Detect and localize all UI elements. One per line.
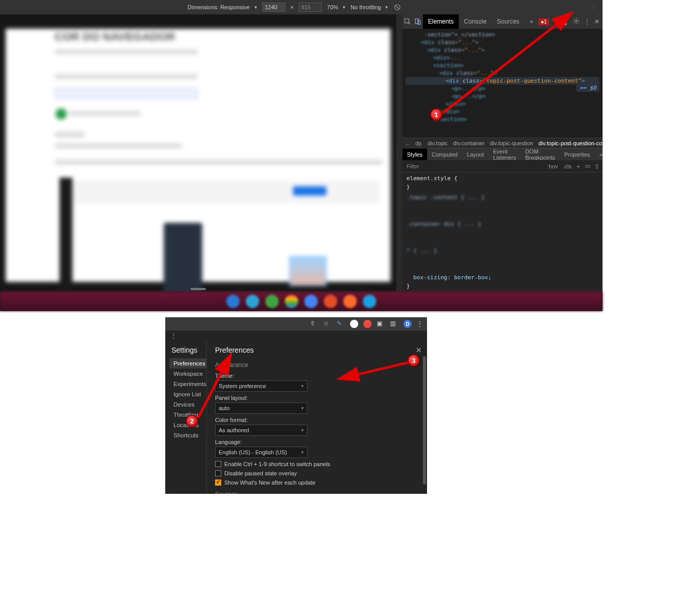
devtools-panel: Elements Console Sources » ● 1 ▮ 1 ⋮ ✕ -… (402, 14, 603, 292)
toolbar-dot-white[interactable] (350, 320, 358, 328)
checkbox-whats-new[interactable] (215, 479, 221, 486)
devtools-close-icon[interactable]: ✕ (594, 18, 599, 25)
devtools-tabs: Elements Console Sources » ● 1 ▮ 1 ⋮ ✕ (402, 14, 603, 29)
checkbox-paused-overlay-label: Disable paused state overlay (224, 470, 297, 476)
subtab-computed[interactable]: Computed (427, 148, 462, 160)
sidebar-item-workspace[interactable]: Workspace (171, 369, 206, 379)
styles-subtabs: Styles Computed Layout Event Listeners D… (402, 148, 603, 160)
record-icon[interactable] (363, 320, 372, 328)
checkbox-ctrl19[interactable] (215, 461, 221, 467)
tab-elements[interactable]: Elements (423, 14, 459, 29)
top-screenshot: Dimensions: Responsive × 70% No throttli… (0, 0, 603, 311)
checkbox-ctrl19-label: Enable Ctrl + 1-9 shortcut to switch pan… (224, 461, 330, 467)
styles-toolbar: :hov .cls + ▭ ▯ (402, 160, 603, 172)
profile-avatar[interactable]: D (403, 320, 412, 328)
preferences-content: Preferences ✕ Appearance Theme: System p… (206, 341, 427, 494)
language-select[interactable]: English (US) - English (US) (215, 447, 307, 458)
viewport-width-input[interactable] (262, 3, 285, 12)
panel-resize-handle[interactable] (396, 14, 402, 292)
theme-label: Theme: (215, 373, 419, 379)
tab-console[interactable]: Console (459, 14, 492, 29)
sidebar-item-experiments[interactable]: Experiments (171, 379, 206, 389)
annotation-marker-2: 2 (186, 415, 198, 427)
panel-layout-select[interactable]: auto (215, 402, 307, 414)
subtab-event-listeners[interactable]: Event Listeners (489, 148, 521, 160)
svg-point-5 (575, 20, 577, 22)
selected-marker: == $0 (576, 84, 599, 92)
sources-heading: Sources (215, 491, 419, 494)
os-taskbar (0, 292, 603, 311)
breadcrumbs[interactable]: ... dy. div.topic div.container div.topi… (402, 138, 603, 148)
puzzle-icon[interactable]: ▣ (377, 320, 385, 328)
pen-icon[interactable]: ✎ (337, 320, 345, 328)
color-format-select[interactable]: As authored (215, 425, 307, 436)
zoom-dropdown[interactable]: 70% (327, 4, 345, 10)
share-icon[interactable]: ⇧ (310, 320, 318, 328)
styles-filter-input[interactable] (402, 160, 546, 172)
browser-menu-icon[interactable]: ⋮ (417, 320, 423, 328)
menu-icon[interactable]: ⋮ (589, 3, 597, 11)
subtab-layout[interactable]: Layout (462, 148, 489, 160)
device-toolbar: Dimensions: Responsive × 70% No throttli… (0, 0, 603, 14)
new-rule-icon[interactable]: + (576, 163, 581, 169)
panel-layout-label: Panel layout: (215, 395, 419, 401)
sidebar-item-preferences[interactable]: Preferences (169, 358, 206, 369)
language-label: Language: (215, 439, 419, 445)
rendered-page: COR DO NAVEGADOR (6, 29, 391, 282)
devtools-menu-icon[interactable]: ⋮ (584, 18, 590, 25)
library-icon[interactable]: ▥ (390, 320, 398, 328)
checkbox-whats-new-label: Show What's New after each update (224, 479, 316, 486)
settings-title: Settings (171, 346, 206, 354)
preferences-heading: Preferences (215, 346, 419, 354)
rotate-icon[interactable] (393, 3, 401, 11)
sidebar-item-devices[interactable]: Devices (171, 399, 206, 410)
main-split: COR DO NAVEGADOR (0, 14, 603, 292)
dimensions-dropdown[interactable]: Dimensions: Responsive (188, 4, 257, 10)
tab-sources[interactable]: Sources (492, 14, 525, 29)
annotation-marker-1: 1 (430, 108, 442, 121)
viewport-resize-handle[interactable] (190, 288, 206, 290)
checkbox-paused-overlay[interactable] (215, 470, 221, 476)
tab-more-icon[interactable]: » (525, 14, 538, 29)
settings-sidebar: Settings Preferences Workspace Experimen… (165, 341, 206, 494)
svg-line-1 (396, 6, 399, 9)
scrollbar[interactable] (423, 356, 426, 485)
annotation-marker-3: 3 (408, 354, 420, 367)
computed-panel-icon[interactable]: ▭ (584, 163, 591, 169)
page-title: COR DO NAVEGADOR (54, 30, 176, 44)
bottom-screenshot: ⇧ ☆ ✎ ▣ ▥ D ⋮ ⋮ Settings Preferences Wor… (165, 317, 427, 494)
dimension-separator: × (290, 4, 294, 10)
viewport-height-input[interactable] (299, 3, 322, 12)
sidebar-item-shortcuts[interactable]: Shortcuts (171, 430, 206, 440)
settings-gear-icon[interactable] (573, 17, 580, 26)
subtab-properties[interactable]: Properties (559, 148, 594, 160)
warning-count-badge[interactable]: ▮ 1 (555, 18, 567, 25)
browser-toolbar: ⇧ ☆ ✎ ▣ ▥ D ⋮ (165, 317, 427, 331)
hov-toggle[interactable]: :hov (546, 163, 559, 169)
inspect-icon[interactable] (402, 14, 413, 29)
appearance-heading: Appearance (215, 361, 419, 369)
bookmark-icon[interactable]: ☆ (323, 320, 332, 328)
subtab-dom-breakpoints[interactable]: DOM Breakpoints (520, 148, 559, 160)
sidebar-item-ignore-list[interactable]: Ignore List (171, 389, 206, 399)
color-format-label: Color format: (215, 417, 419, 423)
overflow-menu-icon[interactable]: ⋮ (170, 332, 177, 339)
close-icon[interactable]: ✕ (416, 346, 422, 354)
cls-toggle[interactable]: .cls (562, 163, 573, 169)
sidebar-toggle-icon[interactable]: ▯ (594, 163, 599, 169)
device-toggle-icon[interactable] (413, 14, 423, 29)
subtab-styles[interactable]: Styles (402, 148, 427, 160)
viewport-area: COR DO NAVEGADOR (0, 14, 396, 292)
elements-tree[interactable]: -section">_</section> <div class="..."> … (402, 29, 603, 138)
theme-select[interactable]: System preference (215, 380, 307, 392)
styles-body[interactable]: element.style { } .topic .content { ... … (402, 172, 603, 292)
subtab-more-icon[interactable]: » (595, 148, 607, 160)
throttling-dropdown[interactable]: No throttling (351, 4, 388, 10)
error-count-badge[interactable]: ● 1 (538, 18, 550, 25)
